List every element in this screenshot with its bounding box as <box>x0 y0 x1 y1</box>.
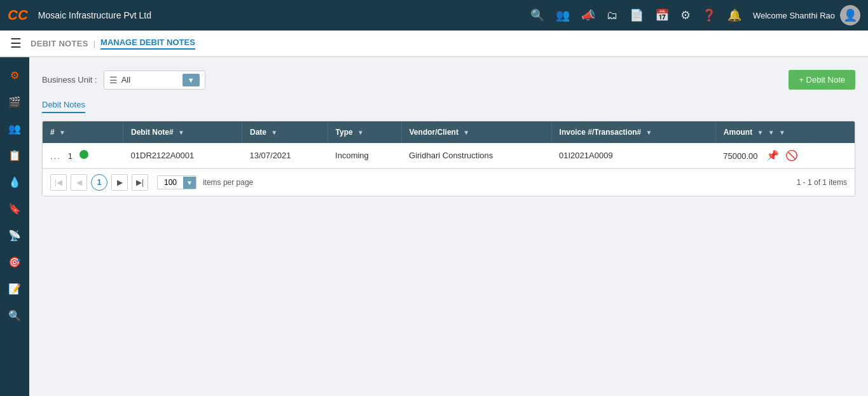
page-last-btn[interactable]: ▶| <box>132 174 148 191</box>
sidebar-item-users[interactable]: 👥 <box>3 117 26 140</box>
col-debit-note: Debit Note# ▼ <box>123 121 242 143</box>
search-nav-icon[interactable]: 🔍 <box>530 8 544 22</box>
page-prev-btn[interactable]: ◀ <box>71 174 87 191</box>
doc-nav-icon[interactable]: 📄 <box>630 8 644 22</box>
breadcrumb-current: MANAGE DEBIT NOTES <box>100 38 195 50</box>
hamburger-menu[interactable]: ☰ <box>10 36 22 51</box>
sidebar: ⚙ 🎬 👥 📋 💧 🔖 📡 🎯 📝 🔍 <box>0 57 29 396</box>
sidebar-item-drop[interactable]: 💧 <box>3 170 26 193</box>
cell-debit-note: 01DR2122A0001 <box>123 143 242 168</box>
bell-nav-icon[interactable]: 🔔 <box>727 8 741 22</box>
business-unit-dropdown-btn[interactable]: ▼ <box>183 74 200 86</box>
filter-left: Business Unit : ☰ All ▼ <box>42 71 205 90</box>
welcome-text: Welcome Shanthi Rao <box>753 11 835 20</box>
breadcrumb-separator: | <box>93 39 95 48</box>
add-debit-note-button[interactable]: + Debit Note <box>789 70 855 90</box>
debit-notes-table: # ▼ Debit Note# ▼ Date ▼ Type ▼ Vendor/C… <box>43 121 855 168</box>
users-nav-icon[interactable]: 👥 <box>556 8 570 22</box>
app-logo: CC <box>8 7 28 24</box>
col-amount: Amount ▼ ▼ ▼ <box>715 121 855 143</box>
main-layout: ⚙ 🎬 👥 📋 💧 🔖 📡 🎯 📝 🔍 Business Unit : ☰ Al… <box>0 57 868 396</box>
navbar: CC Mosaic Infrastructure Pvt Ltd 🔍 👥 📣 🗂… <box>0 0 868 31</box>
per-page-input[interactable] <box>158 176 183 189</box>
breadcrumb-parent[interactable]: DEBIT NOTES <box>31 39 88 48</box>
per-page-dropdown-btn[interactable]: ▼ <box>183 177 196 189</box>
user-info: Welcome Shanthi Rao 👤 <box>753 5 860 25</box>
table-row[interactable]: ... 1 01DR2122A0001 13/07/2021 Incoming … <box>43 143 855 168</box>
col-invoice: Invoice #/Transaction# ▼ <box>551 121 715 143</box>
calendar-nav-icon[interactable]: 📅 <box>655 8 669 22</box>
sidebar-item-video[interactable]: 🎬 <box>3 90 26 113</box>
sidebar-item-bookmark[interactable]: 🔖 <box>3 197 26 220</box>
page-next-btn[interactable]: ▶ <box>111 174 128 191</box>
grid-icon: ☰ <box>109 75 118 85</box>
status-dot <box>79 150 88 159</box>
cell-invoice: 01I2021A0009 <box>551 143 715 168</box>
cell-amount: 75000.00 📌 🚫 <box>715 143 855 168</box>
cell-type: Incoming <box>327 143 401 168</box>
items-per-page-label: items per page <box>203 178 253 187</box>
breadcrumb-bar: ☰ DEBIT NOTES | MANAGE DEBIT NOTES <box>0 31 868 57</box>
tab-debit-notes[interactable]: Debit Notes <box>42 100 85 113</box>
col-hash: # ▼ <box>43 121 123 143</box>
col-vendor: Vendor/Client ▼ <box>401 121 551 143</box>
cell-date: 13/07/2021 <box>242 143 328 168</box>
pin-icon[interactable]: 📌 <box>766 150 779 161</box>
announce-nav-icon[interactable]: 📣 <box>581 8 595 22</box>
business-unit-value: All <box>121 75 176 85</box>
help-nav-icon[interactable]: ❓ <box>702 8 716 22</box>
content-area: Business Unit : ☰ All ▼ + Debit Note Deb… <box>29 57 868 396</box>
folder-nav-icon[interactable]: 🗂 <box>607 9 618 22</box>
per-page-wrapper: ▼ <box>157 175 196 189</box>
cell-vendor: Giridhari Constructions <box>401 143 551 168</box>
tab-row: Debit Notes <box>42 100 855 113</box>
gear-nav-icon[interactable]: ⚙ <box>680 8 691 22</box>
filter-row: Business Unit : ☰ All ▼ + Debit Note <box>42 70 855 90</box>
sidebar-item-notes[interactable]: 📝 <box>3 277 26 300</box>
business-unit-select[interactable]: ☰ All ▼ <box>104 71 205 90</box>
page-first-btn[interactable]: |◀ <box>50 174 67 191</box>
business-unit-label: Business Unit : <box>42 75 97 85</box>
sidebar-item-tasks[interactable]: 📋 <box>3 144 26 167</box>
cancel-icon[interactable]: 🚫 <box>785 150 798 161</box>
sidebar-item-target[interactable]: 🎯 <box>3 250 26 273</box>
company-name: Mosaic Infrastructure Pvt Ltd <box>38 10 530 20</box>
col-type: Type ▼ <box>327 121 401 143</box>
avatar: 👤 <box>840 5 860 25</box>
row-ellipsis[interactable]: ... <box>50 151 61 161</box>
cell-hash: ... 1 <box>43 143 123 168</box>
col-date: Date ▼ <box>242 121 328 143</box>
sidebar-item-settings[interactable]: ⚙ <box>3 64 26 86</box>
pagination-row: |◀ ◀ 1 ▶ ▶| ▼ items per page 1 - 1 of 1 … <box>43 168 855 196</box>
page-current: 1 <box>91 174 107 191</box>
sidebar-item-signal[interactable]: 📡 <box>3 224 26 247</box>
table-card: # ▼ Debit Note# ▼ Date ▼ Type ▼ Vendor/C… <box>42 121 855 196</box>
sidebar-item-search[interactable]: 🔍 <box>3 304 26 327</box>
pagination-summary: 1 - 1 of 1 items <box>797 178 847 187</box>
navbar-icons: 🔍 👥 📣 🗂 📄 📅 ⚙ ❓ 🔔 Welcome Shanthi Rao 👤 <box>530 5 860 25</box>
